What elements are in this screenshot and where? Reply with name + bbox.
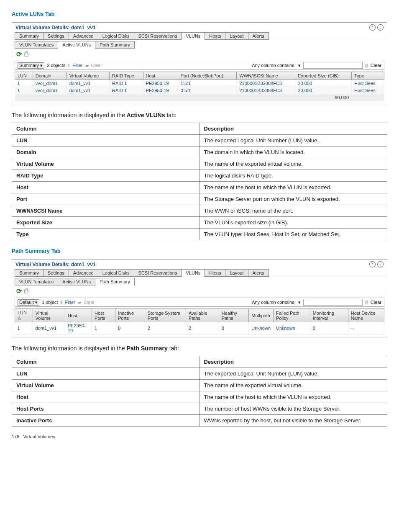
collapse-up-icon[interactable]: ⌃ [369,24,376,31]
table-row[interactable]: 1dom1_vv1PE2950-1910220UnknownUnknown0-- [15,322,384,334]
panel-title: Virtual Volume Details: dom1_vv1 [15,25,96,31]
filter-input[interactable] [303,62,363,69]
table-row[interactable]: 1vvol_dom1dom1_vv1RAID 1PE2950-191:5:121… [15,80,384,87]
any-column-dropdown-icon[interactable]: ▾ [298,63,301,68]
tab-advanced[interactable]: Advanced [69,32,98,40]
tab-layout[interactable]: Layout [225,269,248,277]
tab-vlun-templates[interactable]: VLUN Templates [15,278,58,285]
tab-hosts[interactable]: Hosts [205,32,225,40]
column-header[interactable]: Domain [33,72,66,80]
print-icon[interactable]: ⎙ [24,50,28,58]
tab-logical-disks[interactable]: Logical Disks [98,269,134,277]
tab-path-summary[interactable]: Path Summary [95,41,135,49]
tab-layout[interactable]: Layout [225,32,248,40]
printer-small-icon[interactable]: ⎙ [365,63,368,68]
tab-vlun-templates[interactable]: VLUN Templates [15,41,58,49]
clear-right[interactable]: Clear [371,300,381,305]
cell: -- [348,322,384,334]
column-header[interactable]: Available Paths [186,309,219,322]
tab-vluns[interactable]: VLUNs [182,32,205,40]
column-header[interactable]: Host Ports [92,309,115,322]
collapse-down-icon[interactable]: ⌄ [377,24,384,31]
clear-right[interactable]: Clear [371,63,381,68]
table-row: Inactive PortsWWNs reported by the host,… [12,415,387,427]
cell: vvol_dom1 [33,87,66,94]
any-column-dropdown-icon[interactable]: ▾ [298,300,301,305]
tab-advanced[interactable]: Advanced [69,269,98,277]
path-summary-grid: LUN △Virtual VolumeHostHost PortsInactiv… [15,308,384,334]
column-header[interactable]: Host Device Name [348,309,384,322]
collapse-up-icon[interactable]: ⌃ [369,261,376,267]
tab-summary[interactable]: Summary [15,32,43,40]
desc-term: Inactive Ports [12,415,200,427]
printer-small-icon[interactable]: ⎙ [365,300,368,305]
exported-size-total: 60,000 [295,94,352,101]
cell: RAID 1 [109,80,143,87]
collapse-down-icon[interactable]: ⌄ [377,261,384,267]
active-vluns-grid: LUNDomainVirtual VolumeRAID TypeHostPort… [15,72,384,101]
cell: dom1_vv1 [33,322,65,334]
desc-term: Domain [12,146,200,158]
table-row[interactable]: 1vvol_dom1dom1_vv1RAID 1PE2950-190:5:121… [15,87,384,94]
tab-active-vluns[interactable]: Active VLUNs [58,278,95,285]
column-header[interactable]: LUN △ [15,309,33,322]
column-header[interactable]: Host [65,309,92,322]
column-header[interactable]: Healthy Paths [219,309,249,322]
desc-definition: The Storage Server port on which the VLU… [200,193,387,205]
column-header[interactable]: Virtual Volume [33,309,65,322]
column-header[interactable]: Type [352,72,384,80]
section-heading: Active LUNs Tab [12,11,387,17]
broom-icon[interactable]: ▰ [85,63,89,68]
broom-icon[interactable]: ▰ [78,300,81,305]
view-dropdown[interactable]: Summary ▾ [18,62,44,69]
tab-settings[interactable]: Settings [43,269,69,277]
print-icon[interactable]: ⎙ [24,287,28,295]
tab-settings[interactable]: Settings [43,32,69,40]
tab-logical-disks[interactable]: Logical Disks [98,32,134,40]
column-header[interactable]: LUN [15,72,33,80]
table-row: RAID TypeThe logical disk's RAID type. [12,170,387,182]
tab-scsi-reservations[interactable]: SCSI Reservations [134,269,182,277]
column-header[interactable]: Storage System Ports [145,309,186,322]
cell: PE2950-19 [143,80,178,87]
filter-link[interactable]: Filter [65,300,75,305]
column-header[interactable]: Port (Node:Slot:Port) [178,72,237,80]
column-header[interactable]: Inactive Ports [115,309,145,322]
cell: 30,000 [295,87,352,94]
tab-summary[interactable]: Summary [15,269,43,277]
section-heading: Path Summary Tab [12,248,387,254]
column-header[interactable]: Host [143,72,178,80]
filter-link[interactable]: Filter [72,63,82,68]
column-header[interactable]: Monitoring Interval [310,309,348,322]
clear-filter[interactable]: Clear [84,300,95,305]
cell: dom1_vv1 [66,80,109,87]
refresh-icon[interactable]: ⟳ [16,287,22,295]
filter-icon[interactable]: ⦀ [60,300,62,305]
column-header[interactable]: Exported Size (GiB) [295,72,352,80]
view-dropdown[interactable]: Default ▾ [18,299,39,306]
tab-active-vluns[interactable]: Active VLUNs [58,41,95,49]
desc-term: Type [12,229,200,240]
column-header[interactable]: Virtual Volume [66,72,109,80]
clear-filter[interactable]: Clear [91,63,102,68]
table-row: PortThe Storage Server port on which the… [12,193,387,205]
cell: 1 [15,80,33,87]
tab-path-summary[interactable]: Path Summary [95,278,135,285]
tab-alerts[interactable]: Alerts [248,32,269,40]
filter-icon[interactable]: ⦀ [68,63,70,68]
refresh-icon[interactable]: ⟳ [16,50,22,58]
cell: 1 [92,322,115,334]
desc-term: Port [12,193,200,205]
filter-bar: Default ▾ 1 object ⦀ Filter ▰ Clear Any … [15,298,384,307]
tab-alerts[interactable]: Alerts [248,269,269,277]
column-header[interactable]: Multipath [249,309,274,322]
filter-input[interactable] [303,299,363,306]
column-header[interactable]: RAID Type [109,72,143,80]
tab-hosts[interactable]: Hosts [205,269,225,277]
tab-vluns[interactable]: VLUNs [182,269,205,277]
column-header[interactable]: Failed Path Policy [274,309,310,322]
desc-term: Host [12,391,200,403]
tab-scsi-reservations[interactable]: SCSI Reservations [134,32,182,40]
column-header[interactable]: WWN/iSCSI Name [237,72,295,80]
desc-term: Host [12,182,200,193]
